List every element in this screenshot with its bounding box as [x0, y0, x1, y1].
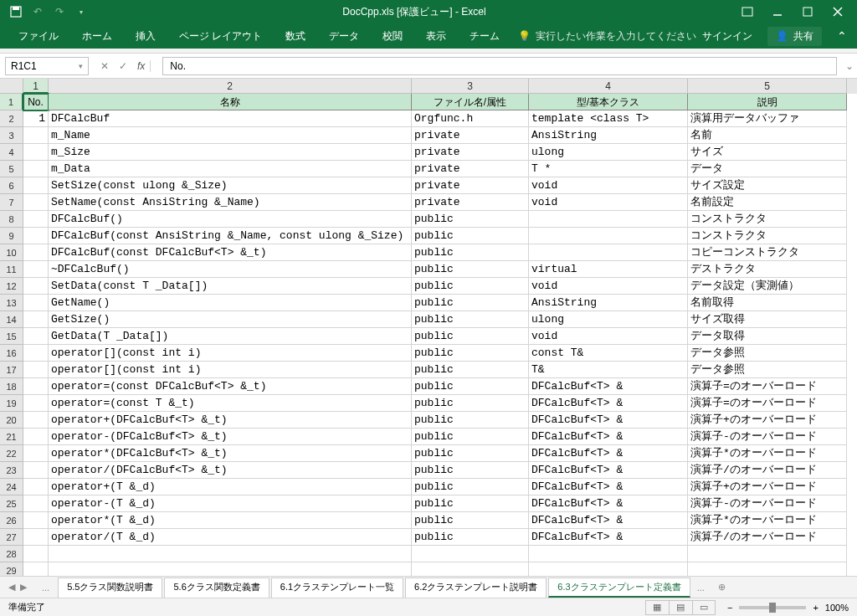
row-header[interactable]: 19 — [0, 395, 23, 412]
cell[interactable]: GetSize() — [49, 311, 412, 328]
cell[interactable]: 名前設定 — [688, 194, 847, 211]
cell[interactable]: operator*(DFCalcBuf<T> &_t) — [49, 445, 412, 462]
cell[interactable]: 演算子/のオーバーロード — [688, 462, 847, 479]
tab-nav-prev-icon[interactable]: ◀ — [8, 582, 15, 593]
row-header[interactable]: 3 — [0, 127, 23, 144]
cell[interactable]: public — [412, 261, 529, 278]
cell[interactable] — [529, 211, 688, 228]
qat-dropdown-icon[interactable]: ▾ — [75, 6, 87, 18]
cell[interactable]: DFCalcBuf<T> & — [529, 479, 688, 495]
maximize-icon[interactable] — [802, 6, 813, 18]
cell[interactable]: サイズ — [688, 144, 847, 161]
cell[interactable]: public — [412, 412, 529, 429]
cell[interactable]: DFCalcBuf<T> & — [529, 412, 688, 429]
cell[interactable]: 名前 — [688, 127, 847, 144]
collapse-ribbon-icon[interactable]: ⌃ — [822, 29, 850, 43]
cell[interactable]: 演算子*のオーバーロード — [688, 445, 847, 462]
cell[interactable]: コンストラクタ — [688, 211, 847, 228]
row-header[interactable]: 5 — [0, 161, 23, 177]
tab-home[interactable]: ホーム — [70, 29, 124, 44]
cell[interactable] — [23, 429, 49, 445]
cell[interactable]: DFCalcBuf<T> & — [529, 462, 688, 479]
row-header[interactable]: 11 — [0, 261, 23, 278]
cell[interactable] — [23, 529, 49, 546]
cell[interactable]: public — [412, 244, 529, 261]
cell[interactable] — [23, 479, 49, 495]
cell[interactable]: public — [412, 211, 529, 228]
row-header[interactable]: 7 — [0, 194, 23, 211]
cell[interactable]: データ参照 — [688, 362, 847, 378]
cell[interactable]: m_Name — [49, 127, 412, 144]
cell[interactable] — [23, 378, 49, 395]
zoom-level[interactable]: 100% — [825, 603, 849, 613]
cell[interactable] — [412, 546, 529, 562]
enter-icon[interactable]: ✓ — [119, 60, 127, 72]
cell[interactable]: SetSize(const ulong &_Size) — [49, 177, 412, 194]
zoom-slider[interactable] — [739, 606, 806, 609]
chevron-down-icon[interactable]: ▾ — [79, 62, 83, 70]
ribbon-display-icon[interactable] — [742, 6, 753, 18]
cell[interactable]: public — [412, 529, 529, 546]
cell[interactable]: 演算子-のオーバーロード — [688, 495, 847, 512]
cell[interactable]: operator-(T &_d) — [49, 495, 412, 512]
expand-formula-icon[interactable]: ⌄ — [842, 60, 857, 72]
cell[interactable] — [529, 244, 688, 261]
row-header[interactable]: 26 — [0, 512, 23, 529]
row-header[interactable]: 15 — [0, 328, 23, 345]
cell[interactable]: operator+(DFCalcBuf<T> &_t) — [49, 412, 412, 429]
cell[interactable]: 演算子=のオーバーロード — [688, 395, 847, 412]
tab-view[interactable]: 表示 — [414, 29, 458, 44]
cell[interactable]: void — [529, 328, 688, 345]
cell[interactable]: void — [529, 177, 688, 194]
cell-type-header[interactable]: 型/基本クラス — [529, 94, 688, 110]
zoom-in-icon[interactable]: + — [813, 603, 818, 613]
cells-area[interactable]: No. 名称 ファイル名/属性 型/基本クラス 説明 1DFCalcBufOrg… — [23, 94, 857, 591]
cell[interactable]: DFCalcBuf<T> & — [529, 445, 688, 462]
cell[interactable]: public — [412, 345, 529, 362]
cell[interactable]: public — [412, 295, 529, 311]
cell[interactable]: public — [412, 429, 529, 445]
cell[interactable]: AnsiString — [529, 127, 688, 144]
cell[interactable]: DFCalcBuf() — [49, 211, 412, 228]
cell[interactable]: DFCalcBuf<T> & — [529, 495, 688, 512]
cell[interactable] — [23, 228, 49, 244]
cell[interactable]: データ参照 — [688, 345, 847, 362]
cell[interactable]: 演算子+のオーバーロード — [688, 412, 847, 429]
cell[interactable]: DFCalcBuf<T> & — [529, 529, 688, 546]
cell[interactable]: void — [529, 278, 688, 295]
row-header[interactable]: 2 — [0, 110, 23, 127]
cancel-icon[interactable]: ✕ — [100, 60, 109, 72]
cell[interactable]: データ — [688, 161, 847, 177]
cell[interactable] — [23, 328, 49, 345]
cell[interactable] — [23, 512, 49, 529]
row-header[interactable]: 20 — [0, 412, 23, 429]
tab-insert[interactable]: 挿入 — [124, 29, 167, 44]
cell[interactable]: public — [412, 512, 529, 529]
cell[interactable] — [23, 362, 49, 378]
col-header[interactable]: 5 — [688, 79, 847, 94]
select-all-corner[interactable] — [0, 79, 23, 94]
row-header[interactable]: 16 — [0, 345, 23, 362]
cell[interactable]: 演算子/のオーバーロード — [688, 529, 847, 546]
col-header[interactable]: 3 — [412, 79, 529, 94]
cell[interactable] — [23, 412, 49, 429]
cell[interactable]: GetData(T _Data[]) — [49, 328, 412, 345]
cell[interactable]: private — [412, 177, 529, 194]
cell-desc-header[interactable]: 説明 — [688, 94, 847, 110]
cell[interactable]: ulong — [529, 144, 688, 161]
cell[interactable]: T& — [529, 362, 688, 378]
row-header[interactable]: 10 — [0, 244, 23, 261]
close-icon[interactable] — [832, 6, 844, 18]
name-box[interactable]: R1C1 ▾ — [5, 57, 89, 75]
cell[interactable] — [529, 546, 688, 562]
cell[interactable] — [23, 278, 49, 295]
row-header[interactable]: 28 — [0, 546, 23, 562]
cell[interactable]: コンストラクタ — [688, 228, 847, 244]
cell[interactable]: public — [412, 462, 529, 479]
sheet-tab[interactable]: 5.6クラス関数定義書 — [164, 578, 269, 598]
formula-input[interactable]: No. — [162, 57, 837, 75]
undo-icon[interactable]: ↶ — [32, 6, 44, 18]
cell[interactable]: public — [412, 228, 529, 244]
tab-review[interactable]: 校閲 — [371, 29, 414, 44]
cell-no-header[interactable]: No. — [23, 94, 49, 110]
